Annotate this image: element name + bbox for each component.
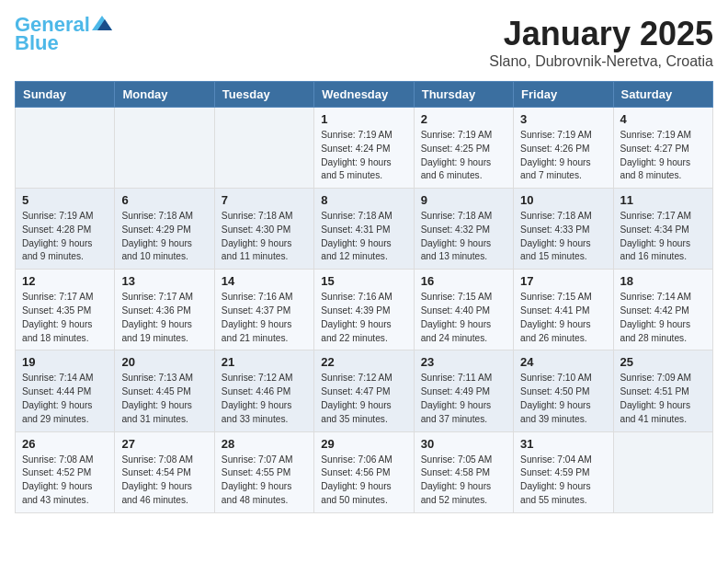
calendar-cell: 14Sunrise: 7:16 AM Sunset: 4:37 PM Dayli… bbox=[214, 270, 313, 350]
calendar-cell bbox=[115, 108, 214, 189]
calendar-cell: 3Sunrise: 7:19 AM Sunset: 4:26 PM Daylig… bbox=[514, 108, 613, 189]
day-info: Sunrise: 7:16 AM Sunset: 4:37 PM Dayligh… bbox=[222, 291, 307, 345]
day-number: 5 bbox=[22, 193, 108, 207]
day-number: 7 bbox=[222, 193, 307, 207]
day-info: Sunrise: 7:18 AM Sunset: 4:30 PM Dayligh… bbox=[222, 210, 307, 264]
day-number: 4 bbox=[620, 112, 706, 126]
calendar-body: 1Sunrise: 7:19 AM Sunset: 4:24 PM Daylig… bbox=[16, 108, 713, 513]
day-info: Sunrise: 7:04 AM Sunset: 4:59 PM Dayligh… bbox=[520, 454, 606, 508]
day-number: 18 bbox=[620, 274, 706, 288]
page-header: General Blue January 2025 Slano, Dubrovn… bbox=[15, 15, 713, 70]
day-number: 26 bbox=[22, 437, 108, 451]
day-info: Sunrise: 7:12 AM Sunset: 4:47 PM Dayligh… bbox=[321, 372, 406, 426]
calendar-cell: 7Sunrise: 7:18 AM Sunset: 4:30 PM Daylig… bbox=[214, 189, 313, 270]
calendar-cell: 17Sunrise: 7:15 AM Sunset: 4:41 PM Dayli… bbox=[514, 270, 613, 350]
day-number: 28 bbox=[222, 437, 307, 451]
day-info: Sunrise: 7:18 AM Sunset: 4:29 PM Dayligh… bbox=[121, 210, 207, 264]
calendar-week-3: 12Sunrise: 7:17 AM Sunset: 4:35 PM Dayli… bbox=[16, 270, 713, 350]
day-number: 13 bbox=[121, 274, 207, 288]
calendar-cell: 11Sunrise: 7:17 AM Sunset: 4:34 PM Dayli… bbox=[613, 189, 712, 270]
day-info: Sunrise: 7:17 AM Sunset: 4:35 PM Dayligh… bbox=[22, 291, 108, 345]
weekday-header-friday: Friday bbox=[514, 82, 613, 108]
calendar-cell: 13Sunrise: 7:17 AM Sunset: 4:36 PM Dayli… bbox=[115, 270, 214, 350]
calendar-cell: 19Sunrise: 7:14 AM Sunset: 4:44 PM Dayli… bbox=[16, 350, 115, 431]
calendar-cell: 28Sunrise: 7:07 AM Sunset: 4:55 PM Dayli… bbox=[214, 431, 313, 512]
day-info: Sunrise: 7:07 AM Sunset: 4:55 PM Dayligh… bbox=[222, 454, 307, 508]
day-number: 3 bbox=[520, 112, 606, 126]
calendar-cell: 22Sunrise: 7:12 AM Sunset: 4:47 PM Dayli… bbox=[314, 350, 414, 431]
day-number: 16 bbox=[421, 274, 506, 288]
calendar-cell: 21Sunrise: 7:12 AM Sunset: 4:46 PM Dayli… bbox=[214, 350, 313, 431]
day-number: 15 bbox=[321, 274, 406, 288]
day-number: 14 bbox=[222, 274, 307, 288]
day-number: 2 bbox=[421, 112, 506, 126]
weekday-header-sunday: Sunday bbox=[16, 82, 115, 108]
calendar-cell: 2Sunrise: 7:19 AM Sunset: 4:25 PM Daylig… bbox=[414, 108, 513, 189]
day-number: 12 bbox=[22, 274, 108, 288]
day-info: Sunrise: 7:08 AM Sunset: 4:54 PM Dayligh… bbox=[121, 454, 207, 508]
day-info: Sunrise: 7:17 AM Sunset: 4:34 PM Dayligh… bbox=[620, 210, 706, 264]
day-info: Sunrise: 7:19 AM Sunset: 4:28 PM Dayligh… bbox=[22, 210, 108, 264]
day-number: 9 bbox=[421, 193, 506, 207]
calendar-cell: 1Sunrise: 7:19 AM Sunset: 4:24 PM Daylig… bbox=[314, 108, 414, 189]
calendar-cell bbox=[613, 431, 712, 512]
day-number: 10 bbox=[520, 193, 606, 207]
calendar-cell: 8Sunrise: 7:18 AM Sunset: 4:31 PM Daylig… bbox=[314, 189, 414, 270]
day-number: 1 bbox=[321, 112, 406, 126]
day-info: Sunrise: 7:10 AM Sunset: 4:50 PM Dayligh… bbox=[520, 372, 606, 426]
day-info: Sunrise: 7:09 AM Sunset: 4:51 PM Dayligh… bbox=[620, 372, 706, 426]
logo-icon bbox=[92, 16, 112, 30]
day-number: 20 bbox=[121, 355, 207, 369]
weekday-row: SundayMondayTuesdayWednesdayThursdayFrid… bbox=[16, 82, 713, 108]
day-info: Sunrise: 7:08 AM Sunset: 4:52 PM Dayligh… bbox=[22, 454, 108, 508]
day-info: Sunrise: 7:19 AM Sunset: 4:27 PM Dayligh… bbox=[620, 129, 706, 183]
calendar-week-1: 1Sunrise: 7:19 AM Sunset: 4:24 PM Daylig… bbox=[16, 108, 713, 189]
calendar-cell: 5Sunrise: 7:19 AM Sunset: 4:28 PM Daylig… bbox=[16, 189, 115, 270]
day-number: 23 bbox=[421, 355, 506, 369]
day-info: Sunrise: 7:13 AM Sunset: 4:45 PM Dayligh… bbox=[121, 372, 207, 426]
day-number: 31 bbox=[520, 437, 606, 451]
day-number: 25 bbox=[620, 355, 706, 369]
day-info: Sunrise: 7:19 AM Sunset: 4:25 PM Dayligh… bbox=[421, 129, 506, 183]
calendar-cell: 10Sunrise: 7:18 AM Sunset: 4:33 PM Dayli… bbox=[514, 189, 613, 270]
logo-blue-text: Blue bbox=[15, 33, 59, 53]
calendar-week-4: 19Sunrise: 7:14 AM Sunset: 4:44 PM Dayli… bbox=[16, 350, 713, 431]
calendar-cell bbox=[214, 108, 313, 189]
weekday-header-wednesday: Wednesday bbox=[314, 82, 414, 108]
day-number: 6 bbox=[121, 193, 207, 207]
day-info: Sunrise: 7:16 AM Sunset: 4:39 PM Dayligh… bbox=[321, 291, 406, 345]
day-number: 11 bbox=[620, 193, 706, 207]
day-info: Sunrise: 7:18 AM Sunset: 4:31 PM Dayligh… bbox=[321, 210, 406, 264]
calendar-cell: 31Sunrise: 7:04 AM Sunset: 4:59 PM Dayli… bbox=[514, 431, 613, 512]
calendar-cell: 16Sunrise: 7:15 AM Sunset: 4:40 PM Dayli… bbox=[414, 270, 513, 350]
calendar-cell: 23Sunrise: 7:11 AM Sunset: 4:49 PM Dayli… bbox=[414, 350, 513, 431]
day-info: Sunrise: 7:12 AM Sunset: 4:46 PM Dayligh… bbox=[222, 372, 307, 426]
day-info: Sunrise: 7:06 AM Sunset: 4:56 PM Dayligh… bbox=[321, 454, 406, 508]
day-number: 19 bbox=[22, 355, 108, 369]
calendar-cell bbox=[16, 108, 115, 189]
day-info: Sunrise: 7:15 AM Sunset: 4:41 PM Dayligh… bbox=[520, 291, 606, 345]
day-info: Sunrise: 7:18 AM Sunset: 4:33 PM Dayligh… bbox=[520, 210, 606, 264]
calendar-cell: 4Sunrise: 7:19 AM Sunset: 4:27 PM Daylig… bbox=[613, 108, 712, 189]
day-info: Sunrise: 7:14 AM Sunset: 4:44 PM Dayligh… bbox=[22, 372, 108, 426]
day-number: 29 bbox=[321, 437, 406, 451]
title-block: January 2025 Slano, Dubrovnik-Neretva, C… bbox=[489, 15, 713, 70]
day-info: Sunrise: 7:05 AM Sunset: 4:58 PM Dayligh… bbox=[421, 454, 506, 508]
logo: General Blue bbox=[15, 15, 112, 53]
day-number: 21 bbox=[222, 355, 307, 369]
calendar-table: SundayMondayTuesdayWednesdayThursdayFrid… bbox=[15, 81, 713, 513]
calendar-cell: 25Sunrise: 7:09 AM Sunset: 4:51 PM Dayli… bbox=[613, 350, 712, 431]
day-info: Sunrise: 7:17 AM Sunset: 4:36 PM Dayligh… bbox=[121, 291, 207, 345]
calendar-cell: 6Sunrise: 7:18 AM Sunset: 4:29 PM Daylig… bbox=[115, 189, 214, 270]
calendar-week-5: 26Sunrise: 7:08 AM Sunset: 4:52 PM Dayli… bbox=[16, 431, 713, 512]
day-number: 24 bbox=[520, 355, 606, 369]
calendar-week-2: 5Sunrise: 7:19 AM Sunset: 4:28 PM Daylig… bbox=[16, 189, 713, 270]
weekday-header-thursday: Thursday bbox=[414, 82, 513, 108]
day-info: Sunrise: 7:15 AM Sunset: 4:40 PM Dayligh… bbox=[421, 291, 506, 345]
calendar-cell: 29Sunrise: 7:06 AM Sunset: 4:56 PM Dayli… bbox=[314, 431, 414, 512]
day-info: Sunrise: 7:18 AM Sunset: 4:32 PM Dayligh… bbox=[421, 210, 506, 264]
calendar-cell: 26Sunrise: 7:08 AM Sunset: 4:52 PM Dayli… bbox=[16, 431, 115, 512]
day-info: Sunrise: 7:19 AM Sunset: 4:26 PM Dayligh… bbox=[520, 129, 606, 183]
day-info: Sunrise: 7:19 AM Sunset: 4:24 PM Dayligh… bbox=[321, 129, 406, 183]
day-number: 27 bbox=[121, 437, 207, 451]
